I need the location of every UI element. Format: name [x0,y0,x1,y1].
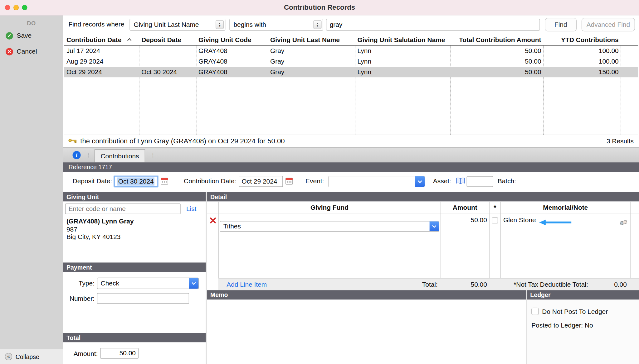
not-tax-deductible-total-value: 0.00 [588,281,631,288]
window-titlebar: Contribution Records [0,0,639,16]
column-header-ytd-contributions[interactable]: YTD Contributions [543,36,621,44]
column-header-label: Deposit Date [141,36,181,44]
advanced-find-button[interactable]: Advanced Find [582,18,635,31]
payment-type-select[interactable]: Check [97,278,199,289]
find-field-select[interactable]: Giving Unit Last Name ▴▾ [129,19,225,31]
tab-handle-dots-icon[interactable]: ⋮ [85,151,91,158]
collapse-button[interactable]: « Collapse [0,349,63,364]
list-link[interactable]: List [186,205,197,213]
table-row[interactable]: Aug 29 2024 GRAY408 Gray Lynn 50.00 100.… [64,56,638,67]
minimize-button[interactable] [13,5,19,10]
chevron-down-icon [415,176,425,187]
left-panels: Giving Unit List (GRAY408) Lynn Gray 987… [63,192,206,364]
detail-column-divider [441,202,441,290]
total-amount-input[interactable] [100,348,139,359]
cell-last-name: Gray [268,47,355,55]
cancel-x-icon: ✕ [6,48,13,55]
screen: Contribution Records DO ✓ Save ✕ Cancel … [0,0,639,364]
column-header-deposit-date[interactable]: Deposit Date [139,36,196,44]
detail-column-divider [631,202,631,290]
cell-code: GRAY408 [196,58,268,65]
close-button[interactable] [5,5,10,10]
cell-last-name: Gray [268,58,355,65]
column-header-giving-unit-last-name[interactable]: Giving Unit Last Name [268,36,355,44]
cell-code: GRAY408 [196,68,268,76]
find-field-value: Giving Unit Last Name [134,21,199,28]
chevron-down-icon [430,222,439,231]
info-icon[interactable]: i [72,151,80,159]
payment-type-label: Type: [63,280,95,287]
cancel-button[interactable]: ✕ Cancel [0,45,63,58]
column-header-contribution-date[interactable]: Contribution Date [64,36,139,44]
memo-input-area[interactable] [207,299,526,364]
batch-label: Batch: [498,177,520,185]
not-tax-deductible-total-label: *Not Tax Deductible Total: [500,281,588,288]
calendar-icon[interactable] [161,177,168,186]
cell-total: 50.00 [450,47,543,55]
memorial-note-cell[interactable]: Glen Stone [500,217,631,224]
table-row[interactable]: Jul 17 2024 GRAY408 Gray Lynn 50.00 100.… [64,46,638,56]
payment-number-input[interactable] [97,293,189,304]
delete-line-icon[interactable] [207,217,219,224]
cell-code: GRAY408 [196,47,268,55]
find-bar: Find records where Giving Unit Last Name… [63,16,639,34]
find-query-input[interactable] [326,19,540,31]
giving-unit-address-line1: 987 [66,226,77,233]
select-stepper-icon: ▴▾ [216,20,224,29]
detail-column-giving-fund: Giving Fund [218,204,441,211]
column-header-giving-unit-salutation-name[interactable]: Giving Unit Salutation Name [355,36,451,44]
detail-panel: Detail Giving Fund Amount * Memorial/Not… [207,192,639,364]
tab-bar: i ⋮ Contributions ⋮ [63,148,639,162]
payment-header: Payment [63,262,206,272]
find-operator-value: begins with [233,21,266,28]
line-amount[interactable]: 50.00 [441,217,490,224]
reference-label: Reference 1717 [68,164,112,170]
sidebar-title: DO [0,16,63,26]
not-tax-deductible-checkbox[interactable] [492,217,498,223]
giving-fund-select[interactable]: Tithes [220,221,439,232]
chevron-down-icon [189,278,198,289]
find-button-label: Find [554,21,567,28]
detail-footer: Add Line Item Total: 50.00 *Not Tax Dedu… [207,278,639,290]
column-header-giving-unit-code[interactable]: Giving Unit Code [196,36,268,44]
payment-type-value: Check [101,280,119,287]
deposit-date-field[interactable]: Oct 30 2024 [114,176,158,187]
keys-icon [68,138,77,145]
giving-unit-search-input[interactable] [65,204,181,214]
calendar-icon[interactable] [285,177,293,186]
results-table-header: Contribution Date Deposit Date Giving Un… [64,34,638,46]
giving-unit-name: (GRAY408) Lynn Gray [66,218,134,225]
cell-ytd: 100.00 [543,58,621,65]
asset-book-icon[interactable] [456,177,465,186]
find-operator-select[interactable]: begins with ▴▾ [229,19,323,31]
detail-total-value: 50.00 [441,281,490,288]
cell-deposit-date: Oct 30 2024 [139,68,196,76]
payment-number-label: Number: [63,295,95,303]
column-header-total-contribution-amount[interactable]: Total Contribution Amount [450,36,543,44]
reference-bar: Reference 1717 [63,162,639,172]
detail-table-header: Giving Fund Amount * Memorial/Note [207,202,639,214]
memo-header: Memo [207,290,526,299]
ledger-header-label: Ledger [530,291,550,298]
column-header-label: Giving Unit Code [198,36,251,44]
sort-ascending-icon [127,38,132,41]
table-row-selected[interactable]: Oct 29 2024 Oct 30 2024 GRAY408 Gray Lyn… [64,67,638,77]
column-header-label: Contribution Date [66,36,121,44]
do-not-post-checkbox[interactable] [531,308,539,315]
sidebar: DO ✓ Save ✕ Cancel « Collapse [0,16,63,364]
tab-contributions[interactable]: Contributions [95,149,145,162]
zoom-button[interactable] [22,5,27,10]
add-line-item-link[interactable]: Add Line Item [218,281,341,288]
find-button[interactable]: Find [545,18,577,31]
note-eraser-icon[interactable] [619,219,627,228]
window-title: Contribution Records [284,3,355,12]
cell-ytd: 150.00 [543,68,621,76]
save-button[interactable]: ✓ Save [0,29,63,42]
asset-input[interactable] [467,176,493,187]
contribution-date-field[interactable]: Oct 29 2024 [239,176,283,187]
tab-handle-dots-icon[interactable]: ⋮ [150,151,156,158]
select-stepper-icon: ▴▾ [313,20,321,29]
cell-total: 50.00 [450,68,543,76]
giving-fund-value: Tithes [223,223,241,230]
event-select[interactable] [329,176,425,187]
